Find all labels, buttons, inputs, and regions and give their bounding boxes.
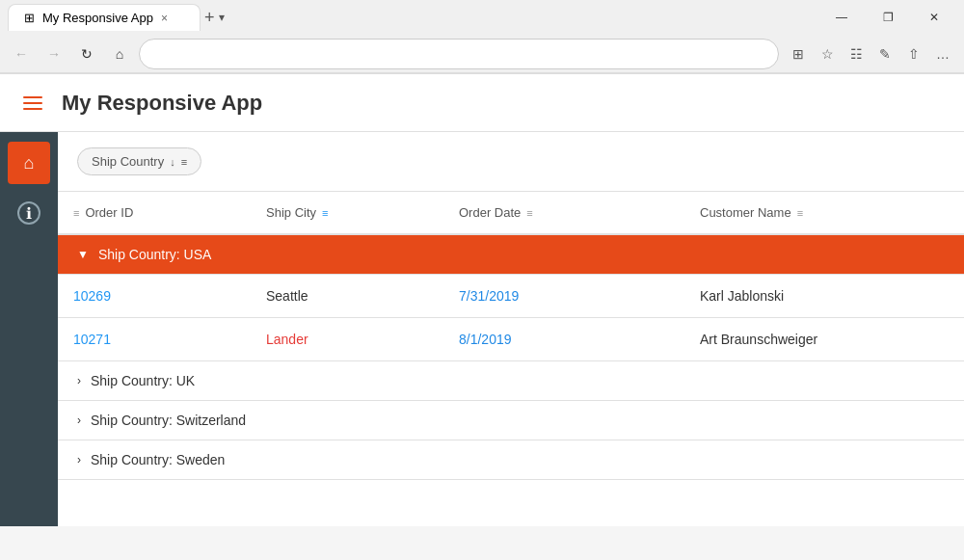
hamburger-line-3: [23, 108, 42, 110]
ship-city-filter-icon: ≡: [322, 207, 328, 219]
cell-order-id-1: 10271: [58, 318, 251, 360]
group-row-sweden[interactable]: › Ship Country: Sweden: [58, 440, 964, 480]
sidebar-item-info[interactable]: ℹ: [8, 192, 50, 234]
order-date-label: Order Date: [459, 205, 521, 220]
favorites-button[interactable]: ☆: [814, 40, 841, 67]
sort-asc-icon: ↓: [170, 156, 175, 168]
ship-city-label: Ship City: [266, 205, 316, 220]
browser-chrome: ⊞ My Responsive App × + ▾ — ❐ ✕ ← → ↻ ⌂ …: [0, 0, 964, 74]
ship-country-filter-chip[interactable]: Ship Country ↓ ≡: [77, 147, 201, 175]
sidebar-item-home[interactable]: ⌂: [8, 142, 50, 184]
group-chevron-uk: ›: [77, 374, 81, 387]
address-bar-row: ← → ↻ ⌂ ⊞ ☆ ☷ ✎ ⇧ …: [0, 35, 964, 73]
cell-customer-name-1: Art Braunschweiger: [684, 318, 964, 360]
column-header-order-id[interactable]: ≡ Order ID: [58, 192, 251, 233]
cell-order-id-0: 10269: [58, 275, 251, 317]
group-row-uk[interactable]: › Ship Country: UK: [58, 361, 964, 401]
address-input[interactable]: [139, 39, 779, 69]
info-icon: ℹ: [17, 201, 40, 225]
cell-order-date-1: 8/1/2019: [443, 318, 684, 360]
order-date-sort-icon: ≡: [526, 207, 532, 219]
cell-ship-city-0: Seattle: [251, 275, 443, 317]
active-tab[interactable]: ⊞ My Responsive App ×: [8, 4, 201, 31]
group-chevron-usa: ▼: [77, 248, 89, 261]
home-button[interactable]: ⌂: [106, 40, 133, 67]
cell-ship-city-1: Lander: [251, 318, 443, 360]
pen-button[interactable]: ✎: [871, 40, 898, 67]
cell-order-date-0: 7/31/2019: [443, 275, 684, 317]
filter-bar: Ship Country ↓ ≡: [58, 132, 964, 192]
browser-menu-button[interactable]: …: [929, 40, 956, 67]
minimize-button[interactable]: —: [819, 0, 864, 35]
tab-dropdown-button[interactable]: ▾: [219, 11, 225, 24]
sidebar-toggle-button[interactable]: ⊞: [785, 40, 812, 67]
customer-name-label: Customer Name: [700, 205, 791, 220]
sidebar: ⌂ ℹ: [0, 132, 58, 526]
order-id-label: Order ID: [85, 205, 133, 220]
main-content: Ship Country ↓ ≡ ≡ Order ID Ship City ≡: [58, 132, 964, 526]
column-header-ship-city[interactable]: Ship City ≡: [251, 192, 443, 233]
group-label-uk: Ship Country: UK: [91, 373, 195, 388]
group-chevron-switzerland: ›: [77, 413, 81, 427]
group-chevron-sweden: ›: [77, 453, 81, 467]
title-bar: ⊞ My Responsive App × + ▾ — ❐ ✕: [0, 0, 964, 35]
share-button[interactable]: ⇧: [900, 40, 927, 67]
close-button[interactable]: ✕: [912, 0, 956, 35]
restore-button[interactable]: ❐: [866, 0, 910, 35]
cell-customer-name-0: Karl Jablonski: [684, 275, 964, 317]
tab-favicon-icon: ⊞: [24, 11, 35, 25]
app-container: My Responsive App ⌂ ℹ Ship Country ↓ ≡: [0, 74, 964, 526]
table-row: 10269 Seattle 7/31/2019 Karl Jablonski: [58, 275, 964, 318]
back-button[interactable]: ←: [8, 40, 35, 67]
filter-chip-label: Ship Country: [92, 154, 164, 169]
reading-button[interactable]: ☷: [843, 40, 870, 67]
tab-close-icon[interactable]: ×: [161, 12, 168, 25]
tab-title: My Responsive App: [42, 11, 153, 25]
table-row: 10271 Lander 8/1/2019 Art Braunschweiger: [58, 318, 964, 361]
group-label-usa: Ship Country: USA: [98, 247, 212, 262]
hamburger-line-1: [23, 96, 42, 98]
data-grid: ≡ Order ID Ship City ≡ Order Date ≡ Cust…: [58, 192, 964, 526]
new-tab-button[interactable]: +: [201, 8, 219, 28]
home-icon: ⌂: [24, 153, 35, 173]
grid-header: ≡ Order ID Ship City ≡ Order Date ≡ Cust…: [58, 192, 964, 235]
refresh-button[interactable]: ↻: [73, 40, 100, 67]
toolbar-icons: ⊞ ☆ ☷ ✎ ⇧ …: [785, 40, 956, 67]
group-row-switzerland[interactable]: › Ship Country: Switzerland: [58, 401, 964, 440]
group-row-usa[interactable]: ▼ Ship Country: USA: [58, 235, 964, 275]
app-title: My Responsive App: [62, 91, 262, 116]
customer-name-sort-icon: ≡: [797, 207, 803, 219]
main-layout: ⌂ ℹ Ship Country ↓ ≡ ≡: [0, 132, 964, 526]
group-label-switzerland: Ship Country: Switzerland: [91, 413, 246, 428]
hamburger-line-2: [23, 102, 42, 104]
group-label-sweden: Ship Country: Sweden: [91, 452, 225, 467]
app-header: My Responsive App: [0, 74, 964, 132]
column-header-order-date[interactable]: Order Date ≡: [443, 192, 684, 233]
hamburger-button[interactable]: [19, 93, 46, 114]
window-controls: — ❐ ✕: [819, 0, 956, 35]
column-header-customer-name[interactable]: Customer Name ≡: [684, 192, 964, 233]
order-id-sort-icon: ≡: [73, 207, 79, 219]
filter-chip-filter-icon: ≡: [181, 156, 187, 168]
forward-button[interactable]: →: [40, 40, 67, 67]
